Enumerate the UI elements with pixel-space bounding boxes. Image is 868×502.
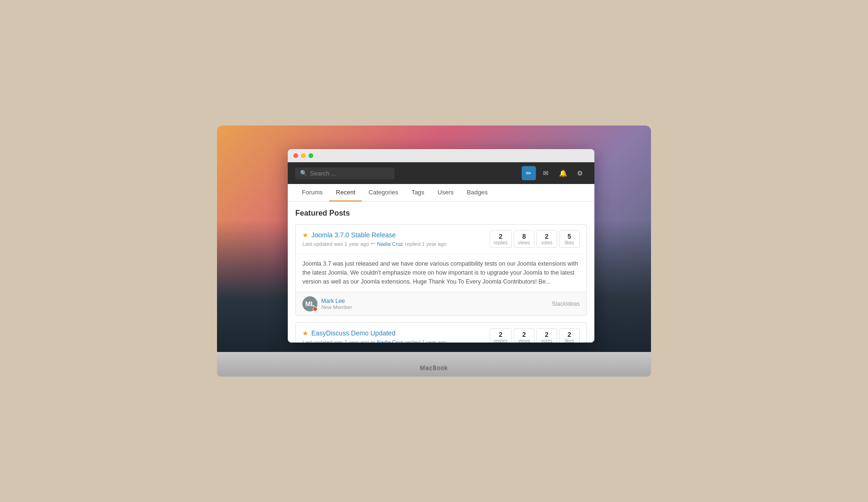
author-role: New Member: [321, 304, 352, 310]
votes-label: votes: [541, 240, 553, 245]
tab-tags[interactable]: Tags: [405, 184, 431, 201]
post-card: ★ Joomla 3.7.0 Stable Release Last updat…: [295, 224, 587, 316]
close-button[interactable]: [293, 153, 298, 158]
replies-count: 2: [494, 331, 508, 338]
post-title[interactable]: Joomla 3.7.0 Stable Release: [311, 231, 396, 239]
post-footer: ML Mark Lee New Member StackIdeas: [296, 292, 586, 315]
votes-count: 2: [541, 331, 553, 338]
post-title-link: ★ Joomla 3.7.0 Stable Release: [302, 231, 490, 239]
forum-content: 🔍 Search ... ✏ ✉ 🔔 ⚙: [288, 162, 594, 343]
likes-count: 5: [563, 233, 576, 240]
section-title: Featured Posts: [295, 209, 587, 218]
tab-recent[interactable]: Recent: [329, 184, 362, 201]
tab-forums[interactable]: Forums: [295, 184, 329, 201]
compose-button[interactable]: ✏: [522, 166, 536, 180]
post-replier-name[interactable]: Nadia Cruz: [377, 339, 403, 343]
post-title[interactable]: EasyDiscuss Demo Updated: [311, 329, 395, 337]
author-info: ML Mark Lee New Member: [302, 296, 352, 311]
author-details: Mark Lee New Member: [321, 298, 352, 310]
replies-label: replies: [494, 338, 508, 343]
online-badge: [313, 307, 317, 311]
votes-stat: 2 votes: [536, 328, 557, 343]
featured-star-icon: ★: [302, 231, 309, 239]
notifications-button[interactable]: 🔔: [556, 166, 570, 180]
likes-count: 2: [563, 331, 576, 338]
mail-icon: ✉: [543, 169, 549, 177]
tab-categories[interactable]: Categories: [362, 184, 405, 201]
title-bar: [288, 149, 594, 162]
post-category: StackIdeas: [552, 301, 580, 307]
post-meta: Last updated was 1 year ago ↩ Nadia Cruz…: [302, 241, 490, 247]
replies-stat: 2 replies: [490, 328, 512, 343]
post-title-row: ★ EasyDiscuss Demo Updated Last updated …: [302, 329, 490, 343]
settings-button[interactable]: ⚙: [573, 166, 587, 180]
post-body: Joomla 3.7 was just released and we have…: [296, 254, 586, 292]
post-updated-text: Last updated was 1 year ago: [302, 241, 369, 247]
reply-arrow-icon: ↩: [371, 241, 375, 247]
views-stat: 2 views: [514, 328, 534, 343]
minimize-button[interactable]: [301, 153, 306, 158]
tab-badges[interactable]: Badges: [460, 184, 494, 201]
views-count: 2: [518, 331, 530, 338]
likes-label: likes: [563, 240, 576, 245]
compose-icon: ✏: [526, 169, 532, 177]
replies-stat: 2 replies: [490, 230, 512, 248]
browser-window: 🔍 Search ... ✏ ✉ 🔔 ⚙: [288, 149, 594, 343]
post-header: ★ EasyDiscuss Demo Updated Last updated …: [296, 323, 586, 343]
likes-label: likes: [563, 338, 576, 343]
reply-arrow-icon: ↩: [371, 339, 375, 343]
maximize-button[interactable]: [309, 153, 313, 158]
post-replied-suffix: replied 1 year ago: [405, 241, 446, 247]
post-stats: 2 replies 8 views 2 votes: [490, 230, 580, 248]
top-navbar: 🔍 Search ... ✏ ✉ 🔔 ⚙: [288, 162, 594, 184]
views-stat: 8 views: [514, 230, 534, 248]
views-label: views: [518, 338, 530, 343]
votes-stat: 2 votes: [536, 230, 557, 248]
author-name[interactable]: Mark Lee: [321, 298, 352, 304]
featured-star-icon: ★: [302, 329, 309, 337]
secondary-nav: Forums Recent Categories Tags Users Badg…: [288, 184, 594, 201]
post-replier-name[interactable]: Nadia Cruz: [377, 241, 403, 247]
likes-stat: 5 likes: [559, 230, 580, 248]
post-updated-text: Last updated was 1 year ago: [302, 339, 369, 343]
search-input[interactable]: Search ...: [310, 170, 390, 177]
main-content: Featured Posts ★ Joomla 3.7.0 Stable Rel…: [288, 201, 594, 343]
votes-label: votes: [541, 338, 553, 343]
views-count: 8: [518, 233, 530, 240]
replies-count: 2: [494, 233, 508, 240]
post-title-row: ★ Joomla 3.7.0 Stable Release Last updat…: [302, 231, 490, 247]
post-title-link: ★ EasyDiscuss Demo Updated: [302, 329, 490, 337]
search-icon: 🔍: [300, 170, 307, 176]
mail-button[interactable]: ✉: [539, 166, 553, 180]
views-label: views: [518, 240, 530, 245]
post-replied-suffix: replied 1 year ago: [405, 339, 446, 343]
tab-users[interactable]: Users: [431, 184, 460, 201]
post-header: ★ Joomla 3.7.0 Stable Release Last updat…: [296, 225, 586, 254]
avatar-wrapper: ML: [302, 296, 317, 311]
replies-label: replies: [494, 240, 508, 245]
laptop-brand: MacBook: [420, 364, 447, 371]
post-meta: Last updated was 1 year ago ↩ Nadia Cruz…: [302, 339, 490, 343]
post-card: ★ EasyDiscuss Demo Updated Last updated …: [295, 322, 587, 343]
search-bar[interactable]: 🔍 Search ...: [295, 167, 394, 179]
bell-icon: 🔔: [559, 169, 567, 177]
gear-icon: ⚙: [577, 169, 583, 177]
likes-stat: 2 likes: [559, 328, 580, 343]
post-stats: 2 replies 2 views 2 votes: [490, 328, 580, 343]
laptop-body: MacBook: [217, 352, 651, 376]
nav-icons: ✏ ✉ 🔔 ⚙: [522, 166, 587, 180]
votes-count: 2: [541, 233, 553, 240]
